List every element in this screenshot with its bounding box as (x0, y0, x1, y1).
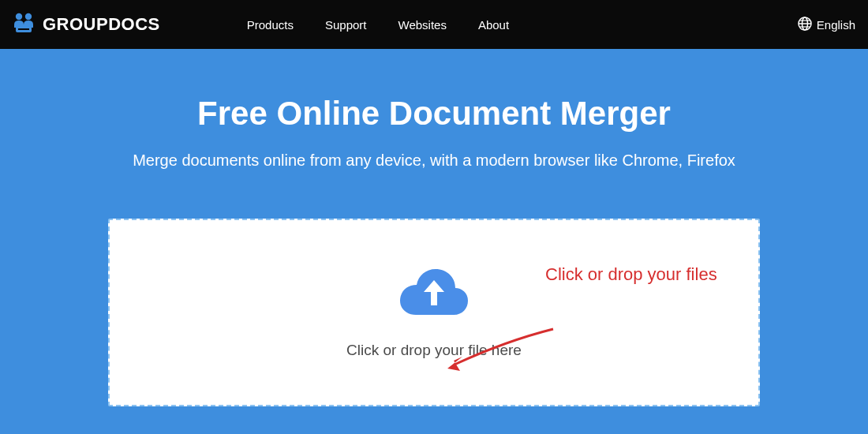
svg-rect-3 (18, 28, 29, 30)
svg-point-1 (25, 13, 32, 20)
hero-section: Free Online Document Merger Merge docume… (0, 49, 868, 434)
header: GROUPDOCS Products Support Websites Abou… (0, 0, 868, 49)
page-subtitle: Merge documents online from any device, … (0, 152, 868, 170)
logo[interactable]: GROUPDOCS (11, 10, 160, 39)
cloud-upload-icon (397, 266, 471, 320)
svg-point-0 (16, 13, 22, 20)
annotation-text: Click or drop your files (545, 264, 727, 286)
dropzone-text: Click or drop your file here (346, 342, 522, 359)
nav-about[interactable]: About (478, 18, 509, 32)
nav-support[interactable]: Support (325, 18, 367, 32)
nav-websites[interactable]: Websites (398, 18, 447, 32)
main-nav: Products Support Websites About (247, 18, 509, 32)
brand-name: GROUPDOCS (43, 14, 160, 35)
file-dropzone[interactable]: Click or drop your file here Click or dr… (108, 219, 760, 406)
globe-icon (798, 17, 812, 33)
annotation-overlay: Click or drop your files (545, 264, 727, 286)
language-selector[interactable]: English (798, 17, 855, 33)
nav-products[interactable]: Products (247, 18, 294, 32)
groupdocs-logo-icon (11, 10, 36, 39)
language-label: English (817, 18, 855, 32)
page-title: Free Online Document Merger (0, 95, 868, 133)
